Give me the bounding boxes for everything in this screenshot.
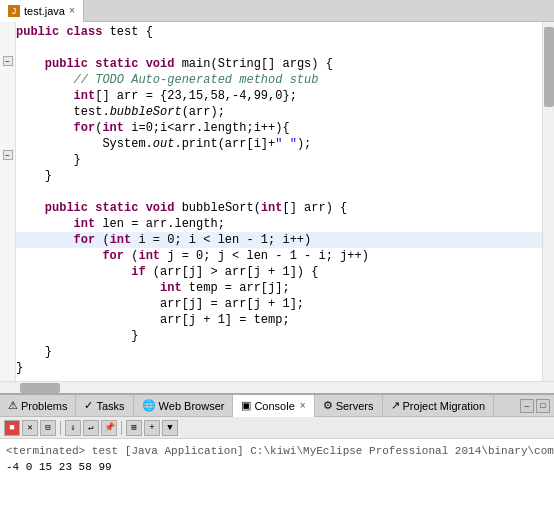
tab-tasks[interactable]: ✓ Tasks xyxy=(76,395,133,417)
panel-controls: — □ xyxy=(520,399,554,413)
terminated-line: <terminated> test [Java Application] C:\… xyxy=(6,443,548,459)
code-line: // TODO Auto-generated method stub xyxy=(16,72,542,88)
problems-icon: ⚠ xyxy=(8,399,18,412)
code-line: arr[j + 1] = temp; xyxy=(16,312,542,328)
code-line: public class test { xyxy=(16,24,542,40)
remove-btn[interactable]: ✕ xyxy=(22,420,38,436)
collapse-btn-2[interactable]: − xyxy=(3,150,13,160)
tab-project-migration[interactable]: ↗ Project Migration xyxy=(383,395,495,417)
pin-btn[interactable]: 📌 xyxy=(101,420,117,436)
h-scrollbar-thumb[interactable] xyxy=(20,383,60,393)
tab-problems[interactable]: ⚠ Problems xyxy=(0,395,76,417)
code-line: arr[j] = arr[j + 1]; xyxy=(16,296,542,312)
tab-console[interactable]: ▣ Console × xyxy=(233,395,314,417)
java-file-icon: J xyxy=(8,5,20,17)
word-wrap-btn[interactable]: ↵ xyxy=(83,420,99,436)
scrollbar-thumb[interactable] xyxy=(544,27,554,107)
code-line xyxy=(16,184,542,200)
new-console-btn[interactable]: + xyxy=(144,420,160,436)
scroll-lock-btn[interactable]: ⇓ xyxy=(65,420,81,436)
code-line: if (arr[j] > arr[j + 1]) { xyxy=(16,264,542,280)
clear-btn[interactable]: ⊟ xyxy=(40,420,56,436)
tab-label: Problems xyxy=(21,400,67,412)
view-btn[interactable]: ▼ xyxy=(162,420,178,436)
code-line: for (int j = 0; j < len - 1 - i; j++) xyxy=(16,248,542,264)
tab-label: Web Browser xyxy=(159,400,225,412)
tab-label: Servers xyxy=(336,400,374,412)
tab-label: Tasks xyxy=(96,400,124,412)
web-browser-icon: 🌐 xyxy=(142,399,156,412)
toolbar-sep-1 xyxy=(60,421,61,435)
editor-body: − − public class test { public static vo… xyxy=(0,22,554,381)
code-line: int len = arr.length; xyxy=(16,216,542,232)
project-migration-icon: ↗ xyxy=(391,399,400,412)
tasks-icon: ✓ xyxy=(84,399,93,412)
horizontal-scrollbar[interactable] xyxy=(0,381,554,393)
servers-icon: ⚙ xyxy=(323,399,333,412)
code-area[interactable]: public class test { public static void m… xyxy=(16,22,542,381)
bottom-panel: ⚠ Problems ✓ Tasks 🌐 Web Browser ▣ Conso… xyxy=(0,395,554,530)
toolbar-sep-2 xyxy=(121,421,122,435)
collapse-btn-1[interactable]: − xyxy=(3,56,13,66)
code-line: public static void bubbleSort(int[] arr)… xyxy=(16,200,542,216)
editor-tab[interactable]: J test.java × xyxy=(0,0,84,22)
console-output-line: -4 0 15 23 58 99 xyxy=(6,459,548,475)
tab-servers[interactable]: ⚙ Servers xyxy=(315,395,383,417)
code-line: } xyxy=(16,344,542,360)
console-content: <terminated> test [Java Application] C:\… xyxy=(0,439,554,530)
minimize-btn[interactable]: — xyxy=(520,399,534,413)
tab-label: Project Migration xyxy=(403,400,486,412)
console-icon: ▣ xyxy=(241,399,251,412)
vertical-scrollbar[interactable] xyxy=(542,22,554,381)
code-line: int[] arr = {23,15,58,-4,99,0}; xyxy=(16,88,542,104)
code-line xyxy=(16,40,542,56)
editor-container: J test.java × − − public class test { pu… xyxy=(0,0,554,395)
left-gutter: − − xyxy=(0,22,16,381)
console-toolbar: ■ ✕ ⊟ ⇓ ↵ 📌 ⊞ + ▼ xyxy=(0,417,554,439)
code-line: } xyxy=(16,168,542,184)
open-btn[interactable]: ⊞ xyxy=(126,420,142,436)
code-line: System.out.print(arr[i]+" "); xyxy=(16,136,542,152)
tab-label: Console xyxy=(254,400,294,412)
code-line-highlighted: for (int i = 0; i < len - 1; i++) xyxy=(16,232,542,248)
code-line: } xyxy=(16,328,542,344)
console-tab-close[interactable]: × xyxy=(300,400,306,411)
code-line: } xyxy=(16,152,542,168)
code-line: for(int i=0;i<arr.length;i++){ xyxy=(16,120,542,136)
line-content: public class test { xyxy=(16,24,542,40)
code-line: int temp = arr[j]; xyxy=(16,280,542,296)
code-line: } xyxy=(16,360,542,376)
terminate-btn[interactable]: ■ xyxy=(4,420,20,436)
tab-bar: J test.java × xyxy=(0,0,554,22)
code-line: test.bubbleSort(arr); xyxy=(16,104,542,120)
code-line: public static void main(String[] args) { xyxy=(16,56,542,72)
panel-tab-bar: ⚠ Problems ✓ Tasks 🌐 Web Browser ▣ Conso… xyxy=(0,395,554,417)
maximize-btn[interactable]: □ xyxy=(536,399,550,413)
tab-close-icon[interactable]: × xyxy=(69,5,75,16)
tab-web-browser[interactable]: 🌐 Web Browser xyxy=(134,395,234,417)
tab-label: test.java xyxy=(24,5,65,17)
